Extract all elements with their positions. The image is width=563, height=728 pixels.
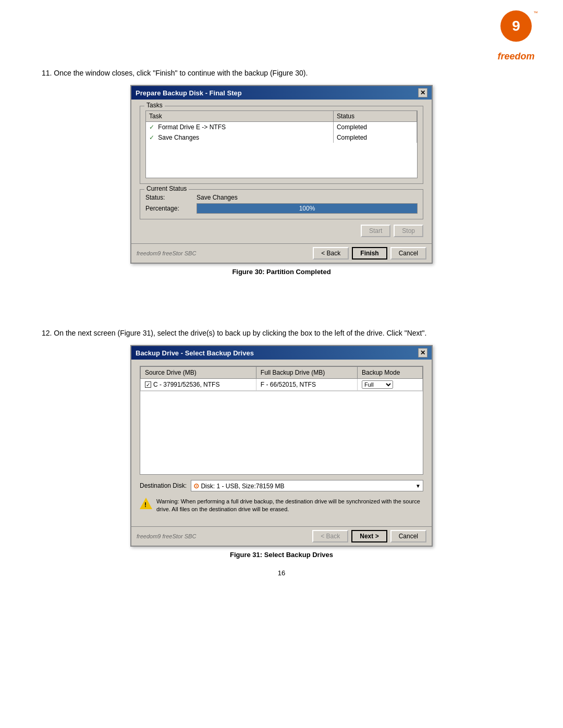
finish-button[interactable]: Finish [352, 247, 387, 260]
dialog2-title: Backup Drive - Select Backup Drives [136, 349, 254, 357]
cancel-button2[interactable]: Cancel [390, 530, 426, 542]
destination-disk-row: Destination Disk: ⊙ Disk: 1 - USB, Size:… [140, 480, 423, 491]
current-status-label: Current Status [144, 185, 189, 192]
warning-text: Warning: When performing a full drive ba… [156, 498, 423, 514]
page-number: 16 [42, 569, 521, 577]
status-field-label: Status: [145, 194, 192, 201]
drive-row1-mode[interactable]: Full Incremental Differential [357, 379, 422, 391]
step12-text: 12. On the next screen (Figure 31), sele… [42, 328, 521, 339]
drives-col-mode: Backup Mode [357, 367, 422, 379]
dialog-prepare-backup: Prepare Backup Disk - Final Step ✕ Tasks… [130, 85, 433, 264]
dest-disk-select[interactable]: ⊙ Disk: 1 - USB, Size:78159 MB ▼ [191, 480, 423, 491]
task-row1-status: Completed [333, 122, 417, 133]
dialog2-titlebar: Backup Drive - Select Backup Drives ✕ [131, 346, 432, 360]
checkmark-icon2: ✓ [149, 134, 154, 141]
warning-exclamation: ! [144, 501, 146, 510]
drives-table: Source Drive (MB) Full Backup Drive (MB)… [140, 366, 423, 391]
figure31-caption: Figure 31: Select Backup Drives [42, 551, 521, 559]
drive-checkbox[interactable]: ✓ [145, 381, 151, 388]
tasks-groupbox: Tasks Task Status ✓ [140, 106, 423, 184]
status-grid: Status: Save Changes Percentage: 100% [145, 194, 418, 214]
progress-bar: 100% [197, 203, 418, 214]
tasks-col-status: Status [333, 111, 417, 122]
dialog2-close-btn[interactable]: ✕ [418, 348, 427, 357]
select-arrow-icon: ▼ [415, 483, 421, 489]
logo-nine: 9 [512, 18, 520, 34]
dialog2-brand: freedom9 freeStor SBC [137, 533, 196, 539]
percentage-field-label: Percentage: [145, 205, 192, 212]
tasks-col-task: Task [146, 111, 333, 122]
current-status-groupbox: Current Status Status: Save Changes Perc… [140, 189, 423, 219]
start-button[interactable]: Start [361, 225, 390, 237]
progress-bar-text: 100% [197, 205, 417, 212]
dialog1-title: Prepare Backup Disk - Final Step [136, 89, 242, 97]
stop-button[interactable]: Stop [394, 225, 423, 237]
logo-area: 9 ™ freedom [495, 10, 537, 62]
cancel-button[interactable]: Cancel [390, 247, 426, 260]
next-button[interactable]: Next > [351, 530, 387, 542]
dialog1-footer: freedom9 freeStor SBC < Back Finish Canc… [131, 243, 432, 263]
tasks-table: Task Status ✓ Format Drive E -> NTFS Com… [146, 111, 417, 143]
task-row2-status: Completed [333, 132, 417, 143]
warning-icon: ! [140, 498, 152, 510]
drives-table-empty-area [140, 391, 423, 474]
tasks-group-label: Tasks [144, 102, 165, 109]
status-field-value: Save Changes [197, 194, 418, 201]
drives-table-wrapper: Source Drive (MB) Full Backup Drive (MB)… [140, 366, 423, 475]
step11-text: 11. Once the window closes, click "Finis… [42, 68, 521, 79]
dialog1-close-btn[interactable]: ✕ [418, 88, 427, 97]
drive-row1-source: ✓ C - 37991/52536, NTFS [141, 379, 256, 391]
drive-row1-full-backup: F - 66/52015, NTFS [256, 379, 357, 391]
warning-box: ! Warning: When performing a full drive … [140, 496, 423, 516]
dialog1-nav-buttons: < Back Finish Cancel [313, 247, 426, 260]
figure30-caption: Figure 30: Partition Completed [42, 268, 521, 276]
back-button2[interactable]: < Back [312, 530, 348, 542]
drives-col-full-backup: Full Backup Drive (MB) [256, 367, 357, 379]
dialog-backup-drives: Backup Drive - Select Backup Drives ✕ So… [130, 345, 433, 547]
dialog1-action-buttons: Start Stop [140, 225, 423, 237]
dialog2-footer: freedom9 freeStor SBC < Back Next > Canc… [131, 526, 432, 546]
dialog1-brand: freedom9 freeStor SBC [137, 250, 196, 256]
logo-tm: ™ [533, 10, 538, 16]
task-row2-task: ✓ Save Changes [146, 132, 333, 143]
disk-icon: ⊙ [193, 482, 199, 490]
table-row: ✓ C - 37991/52536, NTFS F - 66/52015, NT… [141, 379, 423, 391]
checkmark-icon1: ✓ [149, 124, 154, 131]
back-button[interactable]: < Back [313, 247, 349, 260]
tasks-table-wrapper: Task Status ✓ Format Drive E -> NTFS Com… [145, 110, 418, 178]
dest-disk-label: Destination Disk: [140, 482, 187, 489]
logo-text: freedom [495, 51, 537, 62]
task-row1-task: ✓ Format Drive E -> NTFS [146, 122, 333, 133]
backup-mode-select[interactable]: Full Incremental Differential [362, 380, 393, 389]
table-row: ✓ Format Drive E -> NTFS Completed [146, 122, 417, 133]
dialog1-titlebar: Prepare Backup Disk - Final Step ✕ [131, 86, 432, 100]
logo-circle: 9 [500, 10, 532, 42]
table-row: ✓ Save Changes Completed [146, 132, 417, 143]
drives-col-source: Source Drive (MB) [141, 367, 256, 379]
dialog2-nav-buttons: < Back Next > Cancel [312, 530, 426, 542]
